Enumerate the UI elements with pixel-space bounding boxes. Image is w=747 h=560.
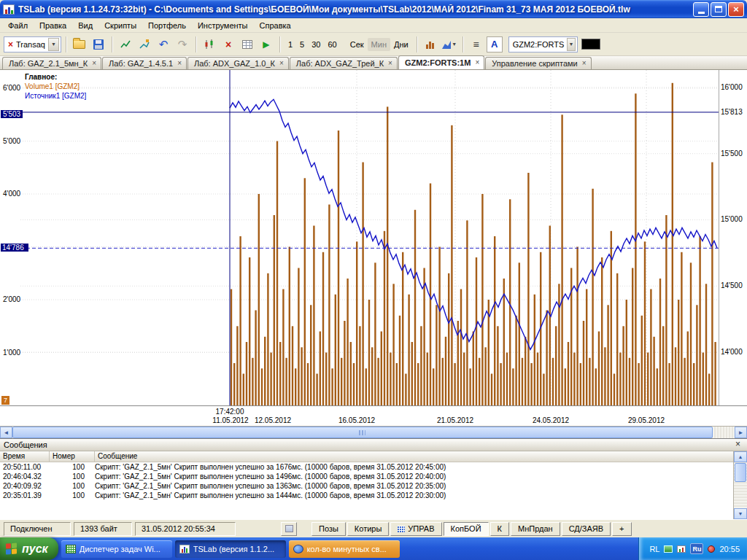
transaq-combo[interactable]: × Transaq ▼ bbox=[4, 36, 61, 52]
column-header[interactable]: Номер bbox=[50, 451, 95, 462]
language-indicator[interactable]: Ru bbox=[690, 543, 703, 554]
alert-tray-icon[interactable] bbox=[708, 545, 715, 553]
status-tab-label: К bbox=[498, 524, 502, 533]
price-volume-chart[interactable] bbox=[0, 70, 747, 405]
tab[interactable]: Лаб: ADX_GAZ_Трей_К× bbox=[290, 57, 398, 69]
timeframe-button[interactable]: 30 bbox=[308, 38, 324, 51]
unit-button[interactable]: Дни bbox=[390, 38, 412, 51]
tab[interactable]: Лаб: GAZ_2.1_5мн_К× bbox=[2, 57, 101, 69]
message-time: 20:40:09.92 bbox=[0, 482, 50, 490]
menu-item[interactable]: Правка bbox=[34, 20, 72, 31]
axis-label: 4'000 bbox=[3, 190, 20, 198]
menu-item[interactable]: Справка bbox=[254, 20, 297, 31]
tab[interactable]: Управление скриптами× bbox=[485, 57, 591, 69]
message-time: 20:35:01.39 bbox=[0, 491, 50, 499]
chart-type-button[interactable] bbox=[422, 36, 439, 53]
scrollbar-thumb[interactable] bbox=[735, 463, 746, 482]
scrollbar-thumb[interactable] bbox=[12, 427, 713, 438]
pencil-chart-icon bbox=[139, 39, 150, 50]
title-bar[interactable]: TSLab (версия 1.1.24.73:32bit) - C:\Docu… bbox=[0, 0, 747, 18]
task-button[interactable]: TSLab (версия 1.1.2... bbox=[175, 540, 286, 558]
axis-label: 15'000 bbox=[719, 215, 746, 223]
status-tab-label: МнПрдан bbox=[518, 524, 553, 533]
tab[interactable]: Лаб: GAZ_1.4.5.1× bbox=[102, 57, 187, 69]
new-chart-button[interactable] bbox=[117, 36, 134, 53]
scrollbar-track[interactable] bbox=[12, 427, 735, 438]
tab-close-icon[interactable]: × bbox=[177, 60, 182, 67]
edit-chart-button[interactable] bbox=[136, 36, 153, 53]
tab-close-icon[interactable]: × bbox=[279, 60, 285, 67]
chart-tray-icon[interactable] bbox=[677, 545, 686, 553]
column-header[interactable]: Сообщение bbox=[95, 451, 733, 462]
unit-button[interactable]: Мин bbox=[368, 38, 390, 51]
delete-button[interactable]: × bbox=[220, 36, 237, 53]
tab[interactable]: GZM2:FORTS:1M× bbox=[398, 55, 484, 69]
tab-close-icon[interactable]: × bbox=[387, 60, 393, 67]
candles-button[interactable] bbox=[201, 36, 218, 53]
message-row[interactable]: 20:46:04.32100Скрипт: 'GAZ_2.1_5мн' Скри… bbox=[0, 472, 733, 481]
legend-title: Главное: bbox=[25, 72, 86, 82]
redo-button[interactable]: ↷ bbox=[174, 36, 191, 53]
symbol-combo[interactable]: GZM2:FORTS ▼ bbox=[508, 36, 578, 52]
network-icon[interactable] bbox=[664, 545, 673, 553]
message-row[interactable]: 20:35:01.39100Скрипт: 'GAZ_2.1_5мн' Скри… bbox=[0, 491, 733, 500]
tab[interactable]: Лаб: ADX_GAZ_1.0_К× bbox=[187, 57, 289, 69]
timeframe-button[interactable]: 60 bbox=[324, 38, 340, 51]
x-axis-date-label: 12.05.2012 bbox=[255, 416, 291, 424]
menubar: ФайлПравкаВидСкриптыПортфельИнструментыС… bbox=[0, 18, 747, 33]
menu-item[interactable]: Скрипты bbox=[98, 20, 142, 31]
status-tab-button[interactable]: МнПрдан bbox=[511, 522, 560, 536]
scroll-down-icon[interactable]: ▼ bbox=[734, 508, 747, 519]
timeframe-button[interactable]: 1 bbox=[285, 38, 296, 51]
tab-close-icon[interactable]: × bbox=[474, 59, 480, 66]
status-tab-button[interactable]: СД/ЗАЯВ bbox=[562, 522, 611, 536]
chart-style-dropdown[interactable]: ▼ bbox=[441, 36, 458, 53]
minimize-button[interactable] bbox=[693, 2, 709, 17]
messages-close-icon[interactable]: × bbox=[732, 440, 743, 450]
chart-horizontal-scrollbar[interactable]: ◄ ► bbox=[0, 426, 747, 438]
message-time: 20:46:04.32 bbox=[0, 472, 50, 481]
axis-label: 5'503 bbox=[1, 110, 23, 118]
scrollbar-track[interactable] bbox=[734, 462, 747, 508]
tab-close-icon[interactable]: × bbox=[581, 60, 587, 67]
menu-item[interactable]: Портфель bbox=[142, 20, 192, 31]
font-button[interactable]: A bbox=[487, 36, 503, 52]
chart-corner-marker[interactable]: 7 bbox=[1, 396, 9, 405]
timeframe-button[interactable]: 5 bbox=[296, 38, 308, 51]
scroll-right-icon[interactable]: ► bbox=[735, 427, 747, 438]
status-tab-button[interactable]: Котиры bbox=[347, 522, 390, 536]
message-row[interactable]: 20:40:09.92100Скрипт: 'GAZ_2.1_5мн' Скри… bbox=[0, 481, 733, 491]
status-tool-button[interactable] bbox=[281, 522, 297, 536]
run-script-button[interactable]: ▶ bbox=[258, 36, 275, 53]
close-button[interactable]: × bbox=[728, 2, 744, 17]
save-button[interactable] bbox=[90, 36, 107, 53]
message-row[interactable]: 20:50:11.00100Скрипт: 'GAZ_2.1_5мн' Скри… bbox=[0, 462, 733, 472]
messages-rows: 20:50:11.00100Скрипт: 'GAZ_2.1_5мн' Скри… bbox=[0, 462, 733, 519]
status-tab-button[interactable]: + bbox=[612, 522, 631, 536]
menu-item[interactable]: Вид bbox=[72, 20, 98, 31]
start-button[interactable]: пуск bbox=[0, 537, 58, 560]
color-swatch[interactable] bbox=[581, 39, 600, 50]
table-button[interactable] bbox=[239, 36, 256, 53]
menu-item[interactable]: Инструменты bbox=[192, 20, 254, 31]
indicator-list-button[interactable]: ≡ bbox=[468, 36, 485, 53]
messages-vertical-scrollbar[interactable]: ▲ ▼ bbox=[733, 451, 747, 519]
scroll-left-icon[interactable]: ◄ bbox=[0, 427, 12, 438]
task-button[interactable]: кол-во минутных св... bbox=[289, 540, 400, 558]
maximize-button[interactable] bbox=[711, 2, 727, 17]
menu-item[interactable]: Файл bbox=[2, 20, 34, 31]
status-tab-button[interactable]: Позы bbox=[311, 522, 346, 536]
status-tab-button[interactable]: К bbox=[490, 522, 509, 536]
price-badge: 14'786 bbox=[1, 244, 28, 252]
x-axis-date-label: 24.05.2012 bbox=[533, 416, 569, 424]
unit-button[interactable]: Сек bbox=[347, 38, 368, 51]
column-header[interactable]: Время bbox=[0, 451, 50, 462]
task-button[interactable]: Диспетчер задач Wi... bbox=[61, 540, 172, 558]
tab-close-icon[interactable]: × bbox=[91, 60, 97, 67]
undo-button[interactable]: ↶ bbox=[155, 36, 172, 53]
tab-label: Лаб: GAZ_1.4.5.1 bbox=[109, 59, 173, 68]
open-button[interactable] bbox=[71, 36, 88, 53]
status-tab-button[interactable]: КопБОЙ bbox=[444, 522, 489, 536]
status-tab-button[interactable]: УПРАВ bbox=[390, 522, 441, 536]
scroll-up-icon[interactable]: ▲ bbox=[734, 451, 747, 462]
